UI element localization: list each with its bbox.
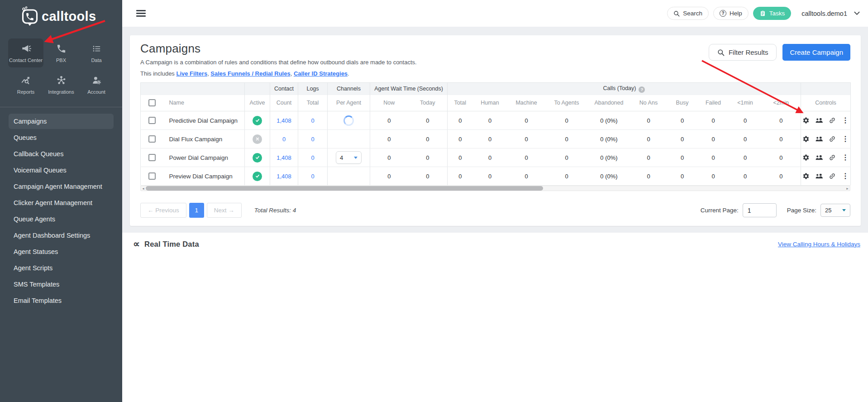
col-contact-count: Count [270,95,298,111]
app-label: PBX [56,57,66,63]
agents-people-icon[interactable] [816,154,823,161]
sidebar-item-queue-agents[interactable]: Queue Agents [0,211,122,227]
sidebar-item-agent-statuses[interactable]: Agent Statuses [0,244,122,260]
sidebar-item-email-templates[interactable]: Email Templates [0,292,122,309]
contact-count-cell: 1,408 [270,111,298,130]
settings-gear-icon[interactable] [802,172,810,180]
loading-spinner-icon [343,115,354,126]
help-button[interactable]: ? Help [713,7,749,20]
link-icon[interactable] [829,117,836,124]
agents-people-icon[interactable] [816,117,823,124]
previous-page-button[interactable]: ← Previous [140,203,186,218]
contact-count-cell: 1,408 [270,148,298,167]
logs-total-link[interactable]: 0 [311,136,314,143]
app-item-contact-center[interactable]: Contact Center [8,38,43,67]
calltools-logo[interactable]: calltools [0,0,122,27]
col-busy: Busy [667,95,698,111]
contact-count-link[interactable]: 1,408 [277,154,291,161]
col-name: Name [164,95,245,111]
caller-id-strategies-link[interactable]: Caller ID Strategies [294,70,348,77]
col-now: Now [370,95,408,111]
account-menu[interactable]: calltools.demo1 [801,10,860,17]
horizontal-scrollbar[interactable]: ◄ ► [140,186,850,191]
settings-gear-icon[interactable] [802,135,810,143]
link-icon[interactable] [829,135,836,143]
active-status-cell [245,167,270,186]
hamburger-menu-icon[interactable] [136,9,146,19]
main-area: Search ? Help Tasks calltools.demo1 [122,0,868,402]
contact-count-link[interactable]: 0 [282,136,286,143]
contact-count-link[interactable]: 1,408 [277,173,291,180]
campaigns-table-body: Predictive Dial Campaign1,40800000000 (0… [141,111,851,186]
pagination-controls: Current Page: Page Size: 25 [701,203,850,217]
filter-results-button[interactable]: Filter Results [709,44,777,61]
app-item-pbx[interactable]: PBX [43,38,79,67]
under-1min-cell: 0 [729,167,762,186]
group-header-contact: Contact [270,83,298,95]
sidebar-item-campaign-agent-management[interactable]: Campaign Agent Management [0,178,122,195]
row-checkbox[interactable] [148,154,156,161]
network-hub-icon [56,75,67,86]
col-calls-total: Total [448,95,473,111]
settings-gear-icon[interactable] [802,117,810,124]
select-all-checkbox[interactable] [148,99,156,106]
no-ans-cell: 0 [630,130,667,148]
row-controls: ⋮ [801,172,850,180]
sidebar-item-callback-queues[interactable]: Callback Queues [0,146,122,162]
page-size-select[interactable]: 25 [820,204,850,217]
scrollbar-thumb[interactable] [146,186,543,191]
tasks-button[interactable]: Tasks [753,7,792,20]
col-no-ans: No Ans [630,95,667,111]
more-options-icon[interactable]: ⋮ [842,117,849,124]
sidebar-item-clicker-agent-management[interactable]: Clicker Agent Management [0,195,122,211]
logs-total-link[interactable]: 0 [311,173,314,180]
topbar: Search ? Help Tasks calltools.demo1 [122,0,868,27]
machine-cell: 0 [507,167,546,186]
per-agent-select[interactable]: 4 [336,151,362,164]
active-check-icon [253,153,262,163]
app-item-reports[interactable]: Reports [8,70,43,99]
search-button[interactable]: Search [667,7,709,20]
app-item-account[interactable]: Account [79,70,114,99]
phone-handset-icon [56,43,67,54]
sales-funnels-link[interactable]: Sales Funnels / Redial Rules [210,70,290,77]
link-icon[interactable] [829,172,836,180]
row-checkbox[interactable] [148,117,156,124]
more-options-icon[interactable]: ⋮ [842,135,849,143]
view-calling-hours-link[interactable]: View Calling Hours & Holidays [778,241,860,248]
under-2min-cell: 0 [762,130,801,148]
busy-cell: 0 [667,130,698,148]
settings-gear-icon[interactable] [802,154,810,161]
agents-people-icon[interactable] [816,135,823,143]
row-checkbox[interactable] [148,172,156,180]
sidebar-item-queues[interactable]: Queues [0,129,122,146]
scroll-left-icon[interactable]: ◄ [142,187,145,190]
sidebar-item-agent-scripts[interactable]: Agent Scripts [0,260,122,276]
sidebar-item-agent-dashboard-settings[interactable]: Agent Dashboard Settings [0,227,122,244]
create-campaign-button[interactable]: Create Campaign [782,44,850,61]
app-item-data[interactable]: Data [79,38,114,67]
contact-count-link[interactable]: 1,408 [277,117,291,124]
group-header-channels: Channels [328,83,370,95]
logs-total-link[interactable]: 0 [311,117,314,124]
wait-now-cell: 0 [370,111,408,130]
col-to-agents: To Agents [546,95,588,111]
info-icon[interactable]: ? [639,86,645,93]
link-icon[interactable] [829,154,836,161]
sidebar-item-voicemail-queues[interactable]: Voicemail Queues [0,162,122,178]
more-options-icon[interactable]: ⋮ [842,172,849,180]
more-options-icon[interactable]: ⋮ [842,154,849,161]
live-filters-link[interactable]: Live Filters [176,70,207,77]
scroll-right-icon[interactable]: ► [846,187,849,190]
app-item-integrations[interactable]: Integrations [43,70,79,99]
current-page-input[interactable] [743,203,777,217]
agents-people-icon[interactable] [816,172,823,180]
under-2min-cell: 0 [762,167,801,186]
page-1-button[interactable]: 1 [189,203,204,218]
logs-total-link[interactable]: 0 [311,154,314,161]
next-page-button[interactable]: Next → [207,203,242,218]
current-page-label: Current Page: [701,207,739,214]
row-checkbox[interactable] [148,135,156,143]
sidebar-item-sms-templates[interactable]: SMS Templates [0,276,122,292]
sidebar-item-campaigns[interactable]: Campaigns [9,114,114,129]
